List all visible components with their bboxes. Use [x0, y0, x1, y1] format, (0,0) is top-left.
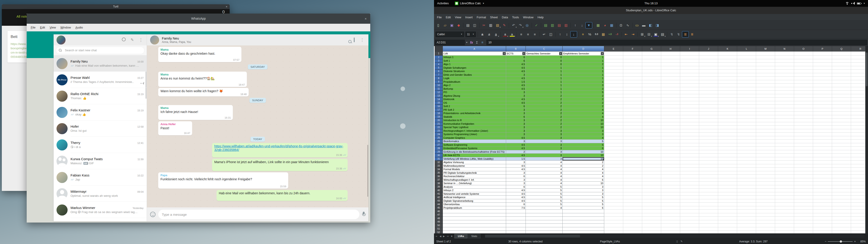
autofilter-icon[interactable]: ▼ — [586, 22, 592, 28]
cell-B8[interactable]: 4.5 — [506, 77, 526, 80]
cell-R1[interactable] — [851, 52, 865, 56]
incoming-message[interactable]: MamaAnna es nun kommst du heim!??🏠🏡18:47 — [158, 72, 247, 87]
cell-M2[interactable] — [756, 56, 775, 59]
cell-P46[interactable] — [813, 210, 832, 213]
menu-item-window[interactable]: Window — [58, 24, 73, 31]
font-color-icon[interactable]: a▼ — [502, 31, 508, 37]
cell-N27[interactable] — [775, 143, 794, 147]
cell-P43[interactable] — [813, 199, 832, 203]
cell-K40[interactable] — [718, 189, 737, 192]
cell-A26[interactable]: Bioinformatics — [443, 140, 506, 143]
cell-R45[interactable] — [851, 206, 865, 210]
cell-K47[interactable] — [718, 213, 737, 217]
cell-P26[interactable] — [813, 140, 832, 143]
cell-R2[interactable] — [851, 56, 865, 59]
cell-Q29[interactable] — [832, 150, 851, 154]
cell-E52[interactable] — [604, 231, 623, 233]
cell-D48[interactable] — [563, 217, 604, 220]
cell-J14[interactable] — [699, 98, 718, 101]
cell-C13[interactable]: 2 — [526, 94, 563, 98]
cell-L39[interactable] — [737, 185, 756, 189]
cell-R40[interactable] — [851, 189, 865, 192]
column-header-R[interactable]: R — [851, 46, 865, 52]
cell-C39[interactable]: 5 — [526, 185, 563, 189]
cell-K51[interactable] — [718, 227, 737, 231]
cell-R52[interactable] — [851, 231, 865, 233]
cell-M12[interactable] — [756, 91, 775, 94]
column-header-C[interactable]: C — [526, 46, 563, 52]
cell-K45[interactable] — [718, 206, 737, 210]
add-decimal-place-icon[interactable]: +.0 — [607, 31, 613, 37]
cell-I21[interactable] — [680, 122, 699, 126]
cell-G14[interactable] — [642, 98, 661, 101]
cell-H36[interactable] — [661, 175, 680, 178]
cell-N2[interactable] — [775, 56, 794, 59]
cell-P29[interactable] — [813, 150, 832, 154]
cell-J22[interactable] — [699, 126, 718, 129]
column-header-H[interactable]: H — [661, 46, 680, 52]
menu-item-edit[interactable]: Edit — [38, 24, 47, 31]
cell-H38[interactable] — [661, 182, 680, 185]
cell-P1[interactable] — [813, 52, 832, 56]
cell-I44[interactable] — [680, 203, 699, 206]
outgoing-message[interactable]: Hab eine Mail von willhaben bekommen, ka… — [217, 190, 348, 201]
row-header-50[interactable]: 50 — [435, 224, 443, 227]
cell-R23[interactable] — [851, 129, 865, 133]
cell-Q51[interactable] — [832, 227, 851, 231]
cell-Q24[interactable] — [832, 133, 851, 136]
cell-K26[interactable] — [718, 140, 737, 143]
cell-H29[interactable] — [661, 150, 680, 154]
cell-N47[interactable] — [775, 213, 794, 217]
conversation-header[interactable]: Family Neu Anna, Mama, Papa, You ⋮ — [147, 34, 368, 45]
cell-L38[interactable] — [737, 182, 756, 185]
cell-O46[interactable] — [794, 210, 813, 213]
cell-P10[interactable] — [813, 84, 832, 87]
cell-K2[interactable] — [718, 56, 737, 59]
cell-B26[interactable]: 3 — [506, 140, 526, 143]
column-header-I[interactable]: I — [680, 46, 699, 52]
chat-list-item[interactable]: Mittermayr09:04Optimal, sunst warats ah … — [54, 185, 147, 202]
calc-menu-tools[interactable]: Tools — [510, 14, 521, 21]
cell-P13[interactable] — [813, 94, 832, 98]
row-header-13[interactable]: 13 — [435, 94, 443, 98]
row-header-31[interactable]: 31 — [435, 157, 443, 161]
cell-K44[interactable] — [718, 203, 737, 206]
row-header-22[interactable]: 22 — [435, 126, 443, 129]
cell-R11[interactable] — [851, 87, 865, 91]
row-header-41[interactable]: 41 — [435, 192, 443, 196]
cell-F11[interactable] — [623, 87, 642, 91]
cell-Q12[interactable] — [832, 91, 851, 94]
cell-K34[interactable] — [718, 167, 737, 171]
cell-Q26[interactable] — [832, 140, 851, 143]
mic-icon[interactable] — [362, 212, 365, 217]
cell-M17[interactable] — [756, 108, 775, 112]
row-header-30[interactable]: 30 — [435, 154, 443, 157]
cell-I5[interactable] — [680, 66, 699, 70]
cell-B43[interactable]: 4.5 — [506, 199, 526, 203]
row-header-11[interactable]: 11 — [435, 87, 443, 91]
cell-A37[interactable]: Wirtschaftsgrundlagen f. Inf. — [443, 178, 506, 182]
cell-I35[interactable] — [680, 171, 699, 175]
cell-A50[interactable] — [443, 224, 506, 227]
cell-E35[interactable] — [604, 171, 623, 175]
cell-E39[interactable] — [604, 185, 623, 189]
cell-K13[interactable] — [718, 94, 737, 98]
cell-F46[interactable] — [623, 210, 642, 213]
cell-G23[interactable] — [642, 129, 661, 133]
cell-F50[interactable] — [623, 224, 642, 227]
cell-E18[interactable] — [604, 112, 623, 115]
calc-menu-sheet[interactable]: Sheet — [488, 14, 500, 21]
cell-Q16[interactable] — [832, 104, 851, 108]
cell-R9[interactable] — [851, 80, 865, 84]
cell-R44[interactable] — [851, 203, 865, 206]
cell-K30[interactable] — [718, 154, 737, 157]
cell-P50[interactable] — [813, 224, 832, 227]
format-as-currency-icon[interactable]: ¤ — [580, 31, 586, 37]
cell-G35[interactable] — [642, 171, 661, 175]
cell-P15[interactable] — [813, 101, 832, 105]
cell-L20[interactable] — [737, 119, 756, 122]
cell-O52[interactable] — [794, 231, 813, 233]
cell-J30[interactable] — [699, 154, 718, 157]
zoom-out-icon[interactable]: − — [825, 240, 827, 243]
cell-E13[interactable] — [604, 94, 623, 98]
